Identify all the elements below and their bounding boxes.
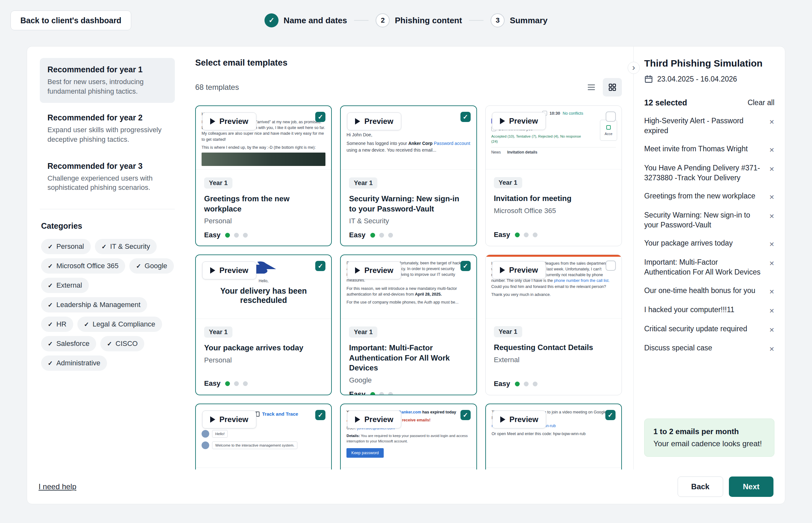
template-checkbox[interactable] — [460, 112, 470, 122]
recommendation-description: Best for new users, introducing fundamen… — [48, 77, 167, 96]
category-chip-microsoft-office-365[interactable]: Microsoft Office 365 — [41, 258, 125, 274]
preview-button[interactable]: Preview — [202, 411, 256, 428]
category-chip-personal[interactable]: Personal — [41, 239, 91, 254]
preview-button[interactable]: Preview — [492, 411, 547, 428]
category-chip-salesforce[interactable]: Salesforce — [41, 336, 96, 351]
template-card-invitation-for-meeting[interactable]: 10:30 No conflicts Teams Meeting Ben Ant… — [485, 105, 622, 246]
play-icon — [210, 267, 215, 274]
step-summary[interactable]: 3 Summary — [491, 13, 548, 28]
step-phishing-content[interactable]: 2 Phishing content — [376, 13, 462, 28]
preview-button[interactable]: Preview — [492, 112, 546, 130]
category-chip-external[interactable]: External — [41, 278, 89, 293]
sidebar-item-recommended-year-2[interactable]: Recommended for year 2 Expand user skill… — [40, 106, 175, 151]
category-chip-hr[interactable]: HR — [41, 317, 73, 332]
preview-link: phone number from the call list. — [554, 278, 609, 283]
template-title: Invitation for meeting — [494, 193, 613, 203]
selected-template-item: High-Severity Alert - Password expired — [644, 112, 774, 140]
embedded-photo — [202, 152, 326, 166]
step-complete-circle — [265, 13, 279, 28]
grid-view-button[interactable] — [603, 78, 622, 96]
difficulty-dot — [234, 381, 239, 386]
preview-text: Details: — [347, 434, 360, 438]
difficulty-dot — [515, 233, 520, 237]
preview-button[interactable]: Preview — [347, 411, 401, 428]
template-title: Requesting Contact Details — [494, 342, 613, 353]
template-card-password-expired[interactable]: Your password to john.doe@anker.com has … — [340, 403, 477, 469]
remove-icon[interactable] — [769, 145, 774, 155]
preview-button[interactable]: Preview — [347, 262, 401, 279]
recommendation-title: Recommended for year 1 — [48, 65, 167, 74]
template-category: Google — [349, 376, 468, 384]
preview-button[interactable]: Preview — [492, 261, 546, 279]
template-checkbox[interactable] — [606, 260, 616, 271]
step-number-circle: 3 — [491, 13, 505, 28]
sidebar-item-recommended-year-3[interactable]: Recommended for year 3 Challenge experie… — [40, 155, 175, 199]
remove-icon[interactable] — [769, 344, 774, 354]
selected-templates-list: High-Severity Alert - Password expired M… — [644, 112, 774, 358]
sidebar-item-recommended-year-1[interactable]: Recommended for year 1 Best for new user… — [40, 58, 175, 103]
step-label: Phishing content — [395, 16, 462, 25]
remove-icon[interactable] — [769, 211, 774, 230]
check-icon — [269, 16, 274, 24]
template-card-multi-factor-authentication[interactable]: Dear all, our company has, unfortunately… — [340, 254, 477, 395]
remove-icon[interactable] — [769, 287, 774, 296]
clear-all-link[interactable]: Clear all — [748, 98, 774, 107]
category-chip-label: Personal — [56, 242, 84, 251]
template-checkbox[interactable] — [460, 261, 470, 271]
template-card-google-meet-invite[interactable]: Thomas Wright has invited you to join a … — [485, 403, 622, 469]
selected-template-item: Important: Multi-Factor Authentication F… — [644, 253, 774, 281]
category-chip-administrative[interactable]: Administrative — [41, 356, 107, 371]
year-badge: Year 1 — [494, 326, 522, 337]
email-preview-thumbnail: Thomas Wright has invited you to join a … — [486, 404, 621, 468]
template-card-security-warning-password-vault[interactable]: Hi John Doe, Someone has logged into you… — [340, 105, 477, 246]
preview-button-label: Preview — [510, 415, 538, 424]
divider — [40, 209, 175, 209]
category-chip-google[interactable]: Google — [129, 258, 174, 274]
remove-icon[interactable] — [769, 325, 774, 335]
category-chip-cisco[interactable]: CISCO — [100, 336, 145, 351]
step-number-circle: 2 — [376, 13, 390, 28]
sidebar: Recommended for year 1 Best for new user… — [27, 47, 184, 469]
preview-text: using a new device. You received this em… — [347, 147, 436, 152]
template-card-package-arrives-today[interactable]: Hello, Your delivery has been reschedule… — [195, 254, 332, 395]
collapse-panel-button[interactable] — [628, 62, 640, 74]
template-grid-scroll-area[interactable]: Hello everyone, I wanted to get in touch… — [195, 105, 622, 469]
category-chip-leadership-management[interactable]: Leadership & Management — [41, 297, 147, 312]
back-button[interactable]: Back — [678, 476, 723, 497]
preview-button[interactable]: Preview — [202, 112, 256, 130]
play-icon — [500, 416, 505, 423]
category-chip-it-security[interactable]: IT & Security — [95, 239, 157, 254]
difficulty-dot — [243, 381, 248, 386]
preview-button[interactable]: Preview — [202, 262, 256, 279]
remove-icon[interactable] — [769, 239, 774, 249]
template-checkbox[interactable] — [315, 261, 326, 271]
remove-icon[interactable] — [769, 192, 774, 202]
template-checkbox[interactable] — [315, 410, 326, 420]
selected-template-item: Discuss special case — [644, 339, 774, 358]
category-chip-label: Administrative — [56, 359, 100, 367]
template-checkbox[interactable] — [605, 410, 615, 420]
template-card-track-and-trace[interactable]: Track and Trace Hello! Welcome to the in… — [195, 403, 332, 469]
step-name-and-dates[interactable]: Name and dates — [265, 13, 347, 28]
template-checkbox[interactable] — [606, 111, 616, 122]
template-checkbox[interactable] — [315, 112, 326, 122]
remove-icon[interactable] — [769, 258, 774, 277]
template-checkbox[interactable] — [460, 410, 470, 420]
category-chip-legal-compliance[interactable]: Legal & Compliance — [77, 317, 162, 332]
template-card-greetings-new-workplace[interactable]: Hello everyone, I wanted to get in touch… — [195, 105, 332, 246]
remove-icon[interactable] — [769, 117, 774, 136]
difficulty-dot — [379, 392, 384, 395]
remove-icon[interactable] — [769, 306, 774, 315]
keep-password-button: Keep password — [347, 448, 383, 458]
remove-icon[interactable] — [769, 164, 774, 183]
list-view-button[interactable] — [582, 78, 601, 96]
preview-text: Someone has logged into your Anker Corp … — [347, 140, 470, 153]
next-button[interactable]: Next — [729, 476, 773, 497]
preview-button[interactable]: Preview — [347, 112, 401, 130]
preview-tab-invitation-details: Invitation details — [507, 150, 537, 155]
play-icon — [500, 118, 505, 124]
template-card-requesting-contact-details[interactable]: I am looking for one of your colleagues … — [485, 254, 622, 395]
back-to-dashboard-button[interactable]: Back to client's dashboard — [11, 11, 131, 30]
difficulty-dot — [388, 233, 393, 238]
help-link[interactable]: I need help — [39, 482, 76, 491]
